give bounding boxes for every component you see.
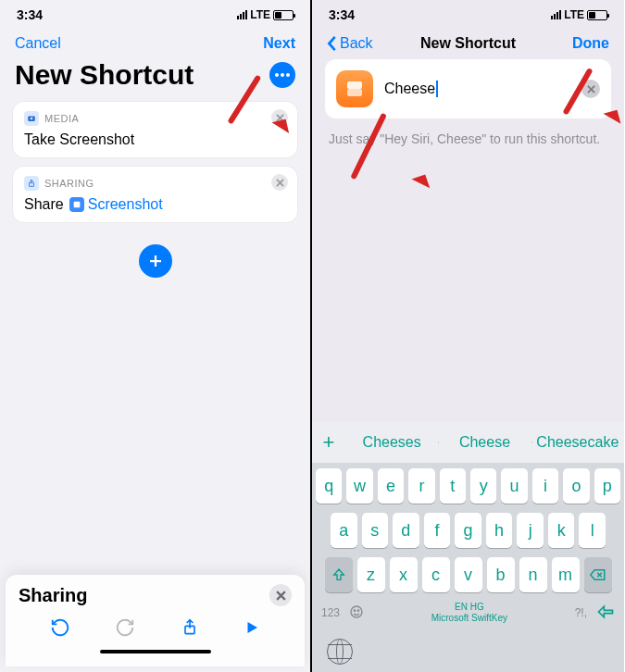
next-button[interactable]: Next: [263, 35, 295, 52]
suggestion-add-button[interactable]: +: [312, 430, 345, 454]
camera-icon: [24, 111, 39, 126]
key-t[interactable]: t: [440, 468, 466, 504]
shortcut-name-input[interactable]: Cheese: [384, 81, 600, 97]
key-row-1: q w e r t y u i o p: [312, 463, 624, 509]
battery-icon: [587, 10, 607, 20]
undo-button[interactable]: [50, 617, 70, 642]
share-variable-token[interactable]: Screenshot: [69, 196, 163, 213]
shortcut-icon[interactable]: [336, 70, 373, 107]
screen-right-name-shortcut: 3:34 LTE Back New Shortcut Done Cheese J…: [312, 0, 624, 672]
card-header: SHARING: [24, 176, 286, 191]
close-sheet-button[interactable]: [269, 584, 292, 606]
remove-action-button[interactable]: [271, 109, 288, 126]
key-d[interactable]: d: [393, 513, 419, 548]
network-label: LTE: [250, 8, 270, 21]
card-header: MEDIA: [24, 111, 286, 126]
key-b[interactable]: b: [487, 557, 515, 592]
suggestion-1[interactable]: Cheeses: [345, 434, 438, 451]
key-row-3: z x c v b n m: [312, 552, 624, 598]
status-icons: LTE: [237, 8, 294, 21]
punctuation-key[interactable]: ?!,: [575, 606, 587, 619]
suggestion-2[interactable]: Cheese: [438, 434, 531, 451]
run-button[interactable]: [244, 619, 260, 641]
key-q[interactable]: q: [316, 468, 342, 504]
key-r[interactable]: r: [408, 468, 434, 504]
svg-rect-6: [347, 89, 362, 96]
key-c[interactable]: c: [422, 557, 450, 592]
key-p[interactable]: p: [594, 468, 620, 504]
card-action-line: Share Screenshot: [24, 196, 286, 213]
key-o[interactable]: o: [563, 468, 589, 504]
add-action-button[interactable]: [139, 244, 172, 278]
clear-input-button[interactable]: [581, 80, 600, 98]
status-time: 3:34: [329, 7, 355, 22]
enter-key[interactable]: [596, 604, 615, 622]
key-s[interactable]: s: [362, 513, 389, 548]
status-icons: LTE: [551, 8, 607, 21]
redo-button[interactable]: [115, 617, 135, 642]
remove-action-button[interactable]: [271, 174, 288, 191]
sheet-title: Sharing: [19, 585, 87, 606]
bottom-toolbar: [19, 606, 292, 646]
cancel-button[interactable]: Cancel: [15, 35, 61, 52]
token-label: Screenshot: [88, 196, 163, 213]
key-v[interactable]: v: [455, 557, 482, 592]
shortcut-name-card: Cheese: [325, 59, 611, 118]
key-g[interactable]: g: [455, 513, 481, 548]
status-bar: 3:34 LTE: [312, 0, 624, 26]
backspace-key[interactable]: [584, 557, 612, 592]
share-icon: [24, 176, 39, 191]
svg-rect-3: [73, 202, 80, 208]
keyboard-brand-label: Microsoft SwiftKey: [431, 613, 507, 624]
screen-left-shortcut-builder: 3:34 LTE Cancel Next New Shortcut MEDIA …: [0, 0, 312, 672]
key-i[interactable]: i: [532, 468, 558, 504]
keyboard-brand: EN HG Microsoft SwiftKey: [431, 602, 507, 624]
key-row-2: a s d f g h j k l: [312, 509, 624, 552]
shift-key[interactable]: [325, 557, 353, 592]
key-y[interactable]: y: [470, 468, 496, 504]
suggestion-3[interactable]: Cheesecake: [531, 434, 624, 451]
key-n[interactable]: n: [519, 557, 547, 592]
home-indicator[interactable]: [100, 650, 211, 653]
key-j[interactable]: j: [517, 513, 544, 548]
nav-title: New Shortcut: [312, 35, 624, 52]
battery-icon: [273, 10, 294, 20]
emoji-key[interactable]: [349, 604, 364, 622]
share-button[interactable]: [181, 617, 199, 642]
key-h[interactable]: h: [486, 513, 513, 548]
key-k[interactable]: k: [548, 513, 575, 548]
card-action-label: Take Screenshot: [24, 131, 286, 148]
key-f[interactable]: f: [424, 513, 451, 548]
nav-bar: Back New Shortcut Done: [312, 26, 624, 59]
numeric-key[interactable]: 123: [321, 606, 340, 619]
share-label: Share: [24, 196, 64, 213]
key-a[interactable]: a: [331, 513, 357, 548]
more-options-button[interactable]: [269, 62, 295, 88]
svg-rect-5: [347, 81, 362, 89]
key-w[interactable]: w: [346, 468, 372, 504]
keyboard-language: EN HG: [431, 602, 507, 613]
status-time: 3:34: [17, 7, 43, 22]
text-cursor: [436, 81, 438, 97]
svg-point-7: [351, 606, 362, 617]
suggestion-bar: + Cheeses Cheese Cheesecake: [312, 422, 624, 463]
key-x[interactable]: x: [390, 557, 418, 592]
page-title: New Shortcut: [15, 59, 194, 91]
key-row-fn: 123 EN HG Microsoft SwiftKey ?!,: [312, 598, 624, 631]
globe-icon[interactable]: [327, 639, 353, 665]
key-z[interactable]: z: [357, 557, 385, 592]
key-e[interactable]: e: [378, 468, 404, 504]
signal-icon: [551, 10, 561, 19]
bottom-sheet-sharing[interactable]: Sharing: [6, 575, 305, 666]
key-m[interactable]: m: [552, 557, 580, 592]
key-l[interactable]: l: [579, 513, 606, 548]
card-category: SHARING: [44, 178, 94, 189]
title-row: New Shortcut: [0, 59, 310, 102]
screenshot-icon: [69, 197, 84, 212]
action-card-sharing[interactable]: SHARING Share Screenshot: [13, 167, 297, 222]
key-u[interactable]: u: [501, 468, 527, 504]
svg-point-1: [31, 118, 33, 120]
status-bar: 3:34 LTE: [0, 0, 310, 26]
action-card-media[interactable]: MEDIA Take Screenshot: [13, 102, 297, 157]
card-category: MEDIA: [44, 113, 79, 124]
